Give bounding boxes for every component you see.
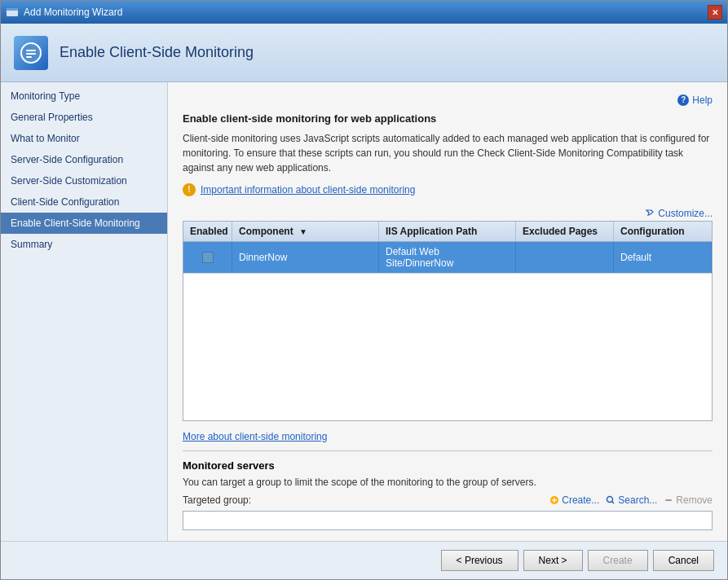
sidebar-item-server-side-configuration[interactable]: Server-Side Configuration [1,149,167,170]
window-title: Add Monitoring Wizard [24,7,122,18]
help-link-container: ? Help [183,94,713,106]
cancel-button[interactable]: Cancel [653,550,714,571]
svg-rect-4 [26,53,36,55]
table-row[interactable]: DinnerNow Default Web Site/DinnerNow Def… [183,242,712,274]
help-icon: ? [677,94,689,106]
customize-bar: Customize... [183,208,713,219]
content-area: Monitoring Type General Properties What … [1,82,727,541]
sidebar-item-summary[interactable]: Summary [1,234,167,255]
remove-label: Remove [676,494,713,506]
header-title: Enable Client-Side Monitoring [60,44,254,61]
svg-rect-5 [26,56,32,58]
footer: < Previous Next > Create Cancel [1,541,727,579]
components-table: Enabled Component ▼ IIS Application Path… [183,221,713,421]
cell-configuration: Default [614,242,712,273]
svg-rect-11 [665,499,672,501]
close-button[interactable]: ✕ [708,5,722,20]
sidebar-item-enable-client-side-monitoring[interactable]: Enable Client-Side Monitoring [1,213,167,234]
col-component-label: Component [239,226,293,237]
monitored-servers-title: Monitored servers [183,459,713,472]
monitored-servers-description: You can target a group to limit the scop… [183,477,713,488]
info-icon: ! [183,183,196,196]
title-bar-left: Add Monitoring Wizard [6,6,122,19]
section-divider [183,450,713,451]
section-title: Enable client-side monitoring for web ap… [183,112,713,125]
window-icon [6,6,19,19]
previous-button[interactable]: < Previous [441,550,518,571]
cell-component: DinnerNow [232,242,379,273]
col-excluded-pages: Excluded Pages [516,222,614,241]
header-banner: Enable Client-Side Monitoring [1,24,727,82]
help-label: Help [692,94,713,106]
customize-button[interactable]: Customize... [645,208,713,219]
cell-iis-path: Default Web Site/DinnerNow [379,242,516,273]
sidebar-item-server-side-customization[interactable]: Server-Side Customization [1,170,167,191]
targeted-group-input[interactable] [183,511,713,530]
title-bar: Add Monitoring Wizard ✕ [1,1,727,24]
sidebar-item-general-properties[interactable]: General Properties [1,107,167,128]
monitoring-icon [20,42,42,64]
col-iis-path: IIS Application Path [379,222,516,241]
sort-arrow-icon: ▼ [299,227,307,236]
sidebar-item-client-side-configuration[interactable]: Client-Side Configuration [1,191,167,213]
customize-icon [645,209,655,218]
create-button[interactable]: Create [588,550,648,571]
create-button[interactable]: Create... [549,494,599,506]
sidebar-item-monitoring-type[interactable]: Monitoring Type [1,86,167,107]
targeted-label: Targeted group: [183,494,251,506]
search-button[interactable]: Search... [606,494,657,506]
create-label: Create... [562,494,599,506]
action-buttons: Create... Search... Remove [549,494,713,506]
cell-excluded-pages [516,242,614,273]
svg-point-9 [607,496,613,502]
more-link[interactable]: More about client-side monitoring [183,431,327,442]
col-component: Component ▼ [232,222,379,241]
svg-rect-1 [7,8,18,11]
description-text: Client-side monitoring uses JavaScript s… [183,131,713,175]
sidebar-item-what-to-monitor[interactable]: What to Monitor [1,128,167,149]
help-link[interactable]: ? Help [677,94,713,106]
table-empty-area [183,274,712,420]
search-icon [606,495,615,505]
table-header: Enabled Component ▼ IIS Application Path… [183,222,712,242]
remove-icon [664,495,673,505]
header-icon [14,36,48,70]
main-content: ? Help Enable client-side monitoring for… [168,82,727,541]
remove-button[interactable]: Remove [664,494,713,506]
cell-enabled [183,242,232,273]
col-enabled: Enabled [183,222,232,241]
customize-label: Customize... [658,208,713,219]
search-label: Search... [618,494,657,506]
col-configuration: Configuration [614,222,712,241]
next-button[interactable]: Next > [523,550,583,571]
svg-line-10 [612,501,615,503]
info-link-container: ! Important information about client-sid… [183,183,713,196]
enabled-checkbox[interactable] [202,252,214,263]
sidebar: Monitoring Type General Properties What … [1,82,168,541]
info-link[interactable]: Important information about client-side … [201,184,415,196]
main-window: Add Monitoring Wizard ✕ Enable Client-Si… [0,0,728,580]
svg-rect-3 [26,50,36,51]
create-icon [549,495,559,505]
targeted-group-row: Targeted group: Create... [183,494,713,506]
